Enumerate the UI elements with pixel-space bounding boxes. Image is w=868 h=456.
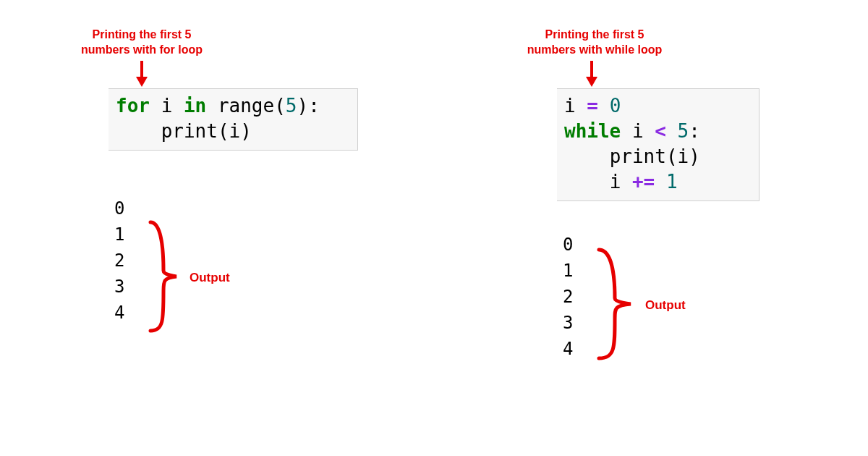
output-line: 1 xyxy=(563,258,573,284)
output-label-while: Output xyxy=(645,298,686,313)
rparen: ) xyxy=(689,145,700,167)
operator-assign: = xyxy=(587,95,598,117)
code-line: for i in range(5): xyxy=(116,93,350,119)
operator-pluseq: += xyxy=(632,171,655,193)
annotation-for-loop: Printing the first 5 numbers with for lo… xyxy=(69,28,214,58)
colon: : xyxy=(308,95,320,117)
brace-icon xyxy=(145,219,181,334)
svg-marker-3 xyxy=(586,77,597,87)
output-line: 4 xyxy=(563,336,573,362)
keyword-while: while xyxy=(564,120,621,142)
indent xyxy=(564,171,610,193)
operator-lt: < xyxy=(655,120,666,142)
output-line: 3 xyxy=(563,310,573,336)
lparen: ( xyxy=(274,95,286,117)
output-line: 0 xyxy=(114,195,124,221)
output-for: 0 1 2 3 4 xyxy=(114,195,124,326)
output-label-for: Output xyxy=(190,271,230,285)
keyword-for: for xyxy=(116,95,150,117)
annotation-while-loop: Printing the first 5 numbers with while … xyxy=(515,28,674,58)
output-line: 0 xyxy=(563,232,573,258)
variable-i: i xyxy=(161,95,173,117)
lparen: ( xyxy=(218,120,229,142)
output-line: 1 xyxy=(114,221,124,248)
arrow-down-icon xyxy=(584,59,599,87)
output-while: 0 1 2 3 4 xyxy=(563,232,573,362)
code-block-for: for i in range(5): print(i) xyxy=(109,88,358,151)
variable-i: i xyxy=(610,171,621,193)
arrow-down-icon xyxy=(135,59,149,87)
code-line: while i < 5: xyxy=(564,119,752,144)
variable-i: i xyxy=(229,120,241,142)
code-block-while: i = 0 while i < 5: print(i) i += 1 xyxy=(557,88,760,201)
output-line: 2 xyxy=(114,248,124,274)
code-line: i += 1 xyxy=(564,169,752,195)
variable-i: i xyxy=(564,95,576,117)
output-line: 4 xyxy=(114,300,124,326)
lparen: ( xyxy=(666,145,678,167)
code-line: i = 0 xyxy=(564,93,752,119)
output-line: 3 xyxy=(114,274,124,300)
keyword-in: in xyxy=(184,95,206,117)
colon: : xyxy=(689,120,700,142)
output-line: 2 xyxy=(563,284,573,310)
brace-icon xyxy=(593,246,637,362)
number-5: 5 xyxy=(678,120,689,142)
fn-print: print xyxy=(161,120,218,142)
indent xyxy=(564,145,610,167)
code-line: print(i) xyxy=(564,144,752,169)
rparen: ) xyxy=(297,95,309,117)
number-5: 5 xyxy=(286,95,297,117)
variable-i: i xyxy=(678,145,689,167)
fn-print: print xyxy=(610,145,666,167)
variable-i: i xyxy=(632,120,644,142)
code-line: print(i) xyxy=(116,119,350,144)
fn-range: range xyxy=(218,95,274,117)
svg-marker-1 xyxy=(136,77,148,87)
rparen: ) xyxy=(240,120,252,142)
number-0: 0 xyxy=(610,95,621,117)
number-1: 1 xyxy=(666,171,678,193)
indent xyxy=(116,120,161,142)
